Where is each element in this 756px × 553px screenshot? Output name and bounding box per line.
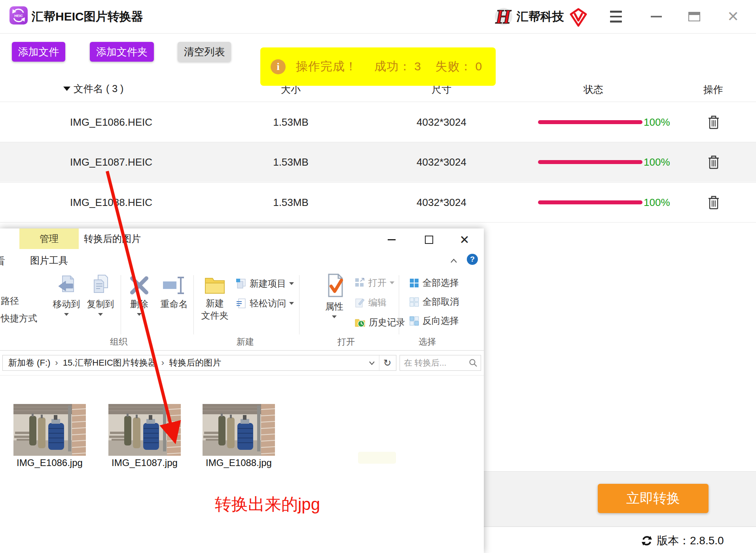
ribbon-new-item-button[interactable]: 新建项目 <box>236 277 294 290</box>
search-input[interactable] <box>403 358 464 368</box>
file-thumbnail[interactable]: IMG_E1087.jpg <box>108 404 181 468</box>
toast-success-value: 3 <box>414 60 421 73</box>
breadcrumb-separator: › <box>55 358 58 368</box>
maximize-icon <box>425 236 433 244</box>
toast-message: 操作完成！ <box>296 60 357 73</box>
sort-caret-icon <box>63 87 70 91</box>
progress-bar <box>538 200 642 204</box>
breadcrumb-item[interactable]: 新加卷 (F:) <box>8 357 50 369</box>
add-folder-button[interactable]: 添加文件夹 <box>90 42 154 62</box>
update-check-icon[interactable] <box>641 535 653 547</box>
new-folder-icon <box>203 274 227 296</box>
dropdown-caret-icon <box>289 302 294 305</box>
screen: HEIC 汇帮HEIC图片转换器 H 汇帮科技 ✕ 添加文件 添加文件夹 清空列… <box>0 0 756 553</box>
ribbon-rename-button[interactable]: 重命名 <box>156 274 192 310</box>
select-all-icon <box>409 278 419 288</box>
dropdown-caret-icon <box>137 313 142 316</box>
convert-now-button[interactable]: 立即转换 <box>598 484 709 513</box>
explorer-minimize-button[interactable] <box>383 232 400 247</box>
app-title: 汇帮HEIC图片转换器 <box>32 0 143 33</box>
delete-row-button[interactable] <box>707 195 720 211</box>
progress-bar <box>538 120 642 124</box>
file-name: IMG_E1086.jpg <box>13 457 86 468</box>
dropdown-caret-icon <box>332 315 337 318</box>
edit-icon <box>354 297 365 308</box>
brand-logo-icon: H <box>493 6 514 30</box>
close-icon: ✕ <box>727 9 739 24</box>
breadcrumb-item[interactable]: 转换后的图片 <box>169 357 221 369</box>
ribbon-move-to-button[interactable]: 移动到 <box>51 274 82 317</box>
address-dropdown-icon[interactable] <box>369 361 375 365</box>
address-bar: 新加卷 (F:) › 15.汇帮HEIC图片转换器 › 转换后的图片 ↻ <box>0 351 484 376</box>
file-name: IMG_E1088.jpg <box>203 457 275 468</box>
minimize-button[interactable] <box>650 9 663 24</box>
app-titlebar: HEIC 汇帮HEIC图片转换器 H 汇帮科技 ✕ <box>0 0 756 34</box>
ribbon-history-button[interactable]: 历史记录 <box>354 316 405 328</box>
photo-thumbnail-cylinders <box>203 404 275 456</box>
ribbon-select-all-button[interactable]: 全部选择 <box>409 277 459 289</box>
clear-list-button[interactable]: 清空列表 <box>178 42 231 62</box>
search-box[interactable] <box>400 355 481 371</box>
explorer-maximize-button[interactable] <box>420 232 438 247</box>
ribbon-cut-copy-path[interactable]: 路径 <box>1 295 19 307</box>
maximize-button[interactable] <box>688 9 701 24</box>
column-header-filename[interactable]: 文件名 ( 3 ) <box>63 81 123 96</box>
column-header-action: 操作 <box>678 83 749 96</box>
ribbon-copy-to-button[interactable]: 复制到 <box>85 274 116 317</box>
file-thumbnail[interactable]: IMG_E1088.jpg <box>203 404 275 468</box>
photo-thumbnail-cylinders <box>108 404 181 456</box>
new-item-icon <box>236 278 246 289</box>
annotation-text: 转换出来的jpg <box>215 493 320 515</box>
add-file-button[interactable]: 添加文件 <box>12 42 65 62</box>
explorer-close-button[interactable]: ✕ <box>456 232 473 247</box>
photo-thumbnail-cylinders <box>13 404 86 456</box>
properties-icon <box>322 273 347 299</box>
ribbon-group-organize: 组织 <box>99 336 138 348</box>
explorer-tab-view-partial: 看 <box>0 255 5 268</box>
rename-icon <box>162 274 186 296</box>
ribbon-delete-button[interactable]: 删除 <box>125 274 153 317</box>
table-row: IMG_E1086.HEIC 1.53MB 4032*3024 100% <box>0 102 756 142</box>
ribbon-group-select: 选择 <box>407 336 447 348</box>
dropdown-caret-icon <box>390 281 394 284</box>
ribbon-properties-button[interactable]: 属性 <box>316 273 352 320</box>
ribbon-group-new: 新建 <box>225 336 265 348</box>
progress-bar <box>538 160 642 164</box>
ribbon-easy-access-button[interactable]: 轻松访问 <box>236 297 294 310</box>
vip-badge-icon <box>570 8 587 28</box>
breadcrumb[interactable]: 新加卷 (F:) › 15.汇帮HEIC图片转换器 › 转换后的图片 ↻ <box>2 355 396 371</box>
svg-text:H: H <box>495 6 512 28</box>
easy-access-icon <box>236 298 246 309</box>
breadcrumb-item[interactable]: 15.汇帮HEIC图片转换器 <box>63 357 157 369</box>
menu-icon[interactable] <box>609 9 623 24</box>
dropdown-caret-icon <box>289 282 294 285</box>
explorer-tab-picture-tools[interactable]: 图片工具 <box>19 249 79 272</box>
explorer-tab-manage[interactable]: 管理 <box>19 228 79 249</box>
toast-fail-label: 失败： <box>435 60 472 73</box>
toast-success-label: 成功： <box>374 60 411 73</box>
close-icon: ✕ <box>459 233 469 247</box>
breadcrumb-separator: › <box>161 358 164 368</box>
svg-text:HEIC: HEIC <box>14 14 23 18</box>
column-header-status: 状态 <box>540 83 647 96</box>
close-button[interactable]: ✕ <box>726 9 740 24</box>
ribbon-new-folder-button[interactable]: 新建 文件夹 <box>198 274 232 322</box>
ribbon-cut-paste-shortcut[interactable]: 快捷方式 <box>1 312 37 325</box>
explorer-window-title: 转换后的图片 <box>84 228 141 249</box>
delete-row-button[interactable] <box>707 115 720 131</box>
ribbon-select-none-button[interactable]: 全部取消 <box>409 296 459 308</box>
toast-fail-value: 0 <box>475 60 482 73</box>
info-icon: i <box>271 59 286 74</box>
toast-banner: i 操作完成！ 成功：3 失败：0 <box>260 47 496 86</box>
invert-selection-icon <box>409 316 419 326</box>
dropdown-caret-icon <box>64 313 69 316</box>
file-thumbnail[interactable]: IMG_E1086.jpg <box>13 404 86 468</box>
brand-name: 汇帮科技 <box>517 0 564 33</box>
help-button[interactable]: ? <box>467 254 478 265</box>
table-row: IMG_E1088.HEIC 1.53MB 4032*3024 100% <box>0 182 756 222</box>
ribbon-invert-selection-button[interactable]: 反向选择 <box>409 315 459 327</box>
ribbon-collapse-icon[interactable] <box>450 258 457 265</box>
delete-row-button[interactable] <box>707 155 720 171</box>
minimize-icon <box>388 239 396 240</box>
refresh-button[interactable]: ↻ <box>383 357 391 368</box>
